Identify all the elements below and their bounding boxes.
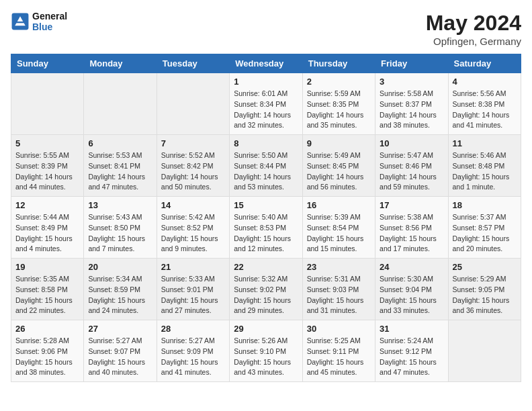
calendar-day-cell: 30Sunrise: 5:25 AMSunset: 9:11 PMDayligh… (302, 320, 375, 382)
calendar-day-cell (448, 320, 521, 382)
logo: General Blue (11, 11, 67, 32)
page-header: General Blue May 2024 Opfingen, Germany (11, 11, 521, 47)
calendar-day-cell: 11Sunrise: 5:46 AMSunset: 8:48 PMDayligh… (448, 135, 521, 197)
calendar-day-cell: 29Sunrise: 5:26 AMSunset: 9:10 PMDayligh… (230, 320, 302, 382)
day-number: 16 (307, 200, 371, 210)
day-info: Sunrise: 6:01 AMSunset: 8:34 PMDaylight:… (234, 89, 298, 131)
logo-icon (11, 12, 30, 31)
calendar-day-cell: 16Sunrise: 5:39 AMSunset: 8:54 PMDayligh… (302, 197, 375, 259)
col-header-monday: Monday (84, 54, 157, 73)
day-number: 30 (307, 324, 371, 334)
day-number: 26 (15, 324, 79, 334)
calendar-day-cell: 12Sunrise: 5:44 AMSunset: 8:49 PMDayligh… (11, 197, 84, 259)
day-info: Sunrise: 5:53 AMSunset: 8:41 PMDaylight:… (88, 150, 152, 193)
calendar-day-cell: 18Sunrise: 5:37 AMSunset: 8:57 PMDayligh… (448, 197, 521, 259)
logo-text: General Blue (32, 11, 67, 32)
calendar-day-cell: 28Sunrise: 5:27 AMSunset: 9:09 PMDayligh… (157, 320, 229, 382)
day-number: 20 (88, 262, 152, 272)
calendar-week-row: 12Sunrise: 5:44 AMSunset: 8:49 PMDayligh… (11, 197, 521, 259)
day-info: Sunrise: 5:35 AMSunset: 8:58 PMDaylight:… (15, 274, 79, 316)
calendar-week-row: 5Sunrise: 5:55 AMSunset: 8:39 PMDaylight… (11, 135, 521, 197)
calendar-day-cell: 31Sunrise: 5:24 AMSunset: 9:12 PMDayligh… (375, 320, 448, 382)
day-info: Sunrise: 5:26 AMSunset: 9:10 PMDaylight:… (234, 336, 298, 378)
calendar-day-cell (84, 73, 157, 135)
calendar-day-cell: 6Sunrise: 5:53 AMSunset: 8:41 PMDaylight… (84, 135, 157, 197)
day-info: Sunrise: 5:42 AMSunset: 8:52 PMDaylight:… (161, 212, 225, 255)
day-number: 14 (161, 200, 225, 210)
day-info: Sunrise: 5:25 AMSunset: 9:11 PMDaylight:… (307, 336, 371, 378)
day-info: Sunrise: 5:33 AMSunset: 9:01 PMDaylight:… (161, 274, 225, 316)
day-number: 31 (380, 324, 443, 334)
calendar-day-cell: 14Sunrise: 5:42 AMSunset: 8:52 PMDayligh… (157, 197, 229, 259)
day-info: Sunrise: 5:24 AMSunset: 9:12 PMDaylight:… (380, 336, 443, 378)
calendar-day-cell: 1Sunrise: 6:01 AMSunset: 8:34 PMDaylight… (230, 73, 302, 135)
col-header-tuesday: Tuesday (157, 54, 229, 73)
day-number: 21 (161, 262, 225, 272)
day-number: 28 (161, 324, 225, 334)
day-info: Sunrise: 5:47 AMSunset: 8:46 PMDaylight:… (380, 150, 443, 193)
day-number: 24 (380, 262, 443, 272)
calendar-day-cell: 15Sunrise: 5:40 AMSunset: 8:53 PMDayligh… (230, 197, 302, 259)
day-info: Sunrise: 5:37 AMSunset: 8:57 PMDaylight:… (453, 212, 517, 255)
day-number: 23 (307, 262, 371, 272)
day-number: 25 (453, 262, 517, 272)
calendar-day-cell: 5Sunrise: 5:55 AMSunset: 8:39 PMDaylight… (11, 135, 84, 197)
day-number: 10 (380, 138, 443, 148)
calendar-day-cell: 3Sunrise: 5:58 AMSunset: 8:37 PMDaylight… (375, 73, 448, 135)
day-number: 29 (234, 324, 298, 334)
day-info: Sunrise: 5:29 AMSunset: 9:05 PMDaylight:… (453, 274, 517, 316)
col-header-saturday: Saturday (448, 54, 521, 73)
calendar-day-cell: 20Sunrise: 5:34 AMSunset: 8:59 PMDayligh… (84, 259, 157, 320)
calendar-week-row: 19Sunrise: 5:35 AMSunset: 8:58 PMDayligh… (11, 259, 521, 320)
day-number: 13 (88, 200, 152, 210)
day-number: 12 (15, 200, 79, 210)
day-number: 18 (453, 200, 517, 210)
calendar-day-cell: 24Sunrise: 5:30 AMSunset: 9:04 PMDayligh… (375, 259, 448, 320)
day-info: Sunrise: 5:46 AMSunset: 8:48 PMDaylight:… (453, 150, 517, 193)
col-header-wednesday: Wednesday (230, 54, 302, 73)
calendar-day-cell (157, 73, 229, 135)
day-info: Sunrise: 5:39 AMSunset: 8:54 PMDaylight:… (307, 212, 371, 255)
day-info: Sunrise: 5:32 AMSunset: 9:02 PMDaylight:… (234, 274, 298, 316)
calendar-day-cell: 17Sunrise: 5:38 AMSunset: 8:56 PMDayligh… (375, 197, 448, 259)
day-number: 7 (161, 138, 225, 148)
calendar-day-cell: 2Sunrise: 5:59 AMSunset: 8:35 PMDaylight… (302, 73, 375, 135)
day-info: Sunrise: 5:40 AMSunset: 8:53 PMDaylight:… (234, 212, 298, 255)
calendar-day-cell: 9Sunrise: 5:49 AMSunset: 8:45 PMDaylight… (302, 135, 375, 197)
day-number: 8 (234, 138, 298, 148)
day-number: 11 (453, 138, 517, 148)
calendar-day-cell: 8Sunrise: 5:50 AMSunset: 8:44 PMDaylight… (230, 135, 302, 197)
calendar-day-cell: 4Sunrise: 5:56 AMSunset: 8:38 PMDaylight… (448, 73, 521, 135)
day-info: Sunrise: 5:31 AMSunset: 9:03 PMDaylight:… (307, 274, 371, 316)
day-number: 17 (380, 200, 443, 210)
calendar-day-cell: 27Sunrise: 5:27 AMSunset: 9:07 PMDayligh… (84, 320, 157, 382)
day-number: 5 (15, 138, 79, 148)
calendar-day-cell: 23Sunrise: 5:31 AMSunset: 9:03 PMDayligh… (302, 259, 375, 320)
calendar-header-row: SundayMondayTuesdayWednesdayThursdayFrid… (11, 54, 521, 73)
calendar-day-cell (11, 73, 84, 135)
day-info: Sunrise: 5:44 AMSunset: 8:49 PMDaylight:… (15, 212, 79, 255)
calendar-week-row: 1Sunrise: 6:01 AMSunset: 8:34 PMDaylight… (11, 73, 521, 135)
day-info: Sunrise: 5:52 AMSunset: 8:42 PMDaylight:… (161, 150, 225, 193)
day-info: Sunrise: 5:43 AMSunset: 8:50 PMDaylight:… (88, 212, 152, 255)
day-info: Sunrise: 5:56 AMSunset: 8:38 PMDaylight:… (453, 89, 517, 131)
day-number: 4 (453, 77, 517, 87)
day-number: 15 (234, 200, 298, 210)
title-block: May 2024 Opfingen, Germany (426, 11, 521, 47)
day-number: 19 (15, 262, 79, 272)
day-info: Sunrise: 5:34 AMSunset: 8:59 PMDaylight:… (88, 274, 152, 316)
day-number: 22 (234, 262, 298, 272)
calendar-day-cell: 25Sunrise: 5:29 AMSunset: 9:05 PMDayligh… (448, 259, 521, 320)
calendar-day-cell: 22Sunrise: 5:32 AMSunset: 9:02 PMDayligh… (230, 259, 302, 320)
day-number: 2 (307, 77, 371, 87)
day-number: 1 (234, 77, 298, 87)
day-info: Sunrise: 5:50 AMSunset: 8:44 PMDaylight:… (234, 150, 298, 193)
day-info: Sunrise: 5:28 AMSunset: 9:06 PMDaylight:… (15, 336, 79, 378)
day-info: Sunrise: 5:49 AMSunset: 8:45 PMDaylight:… (307, 150, 371, 193)
svg-rect-2 (16, 21, 24, 23)
day-number: 9 (307, 138, 371, 148)
day-info: Sunrise: 5:59 AMSunset: 8:35 PMDaylight:… (307, 89, 371, 131)
calendar-day-cell: 19Sunrise: 5:35 AMSunset: 8:58 PMDayligh… (11, 259, 84, 320)
day-info: Sunrise: 5:58 AMSunset: 8:37 PMDaylight:… (380, 89, 443, 131)
location: Opfingen, Germany (426, 36, 521, 47)
